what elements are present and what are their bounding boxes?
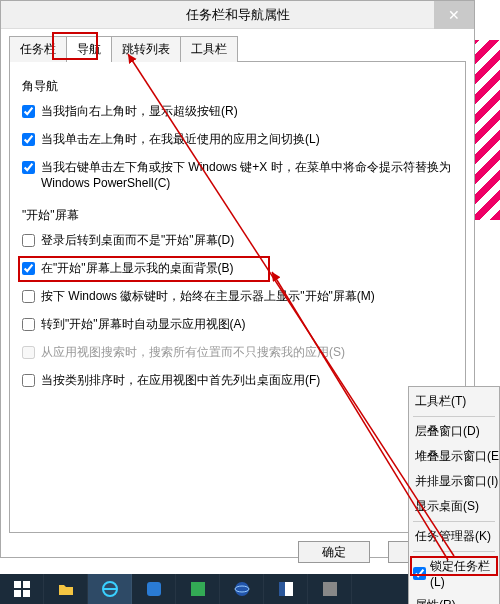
word-icon xyxy=(277,580,295,598)
svg-rect-5 xyxy=(23,590,30,597)
ctx-sep xyxy=(413,416,495,417)
ctx-toolbars[interactable]: 工具栏(T) xyxy=(409,389,499,414)
folder-icon xyxy=(57,580,75,598)
ie-icon xyxy=(101,580,119,598)
maxthon-icon xyxy=(145,580,163,598)
opt-main-monitor[interactable]: 按下 Windows 徽标键时，始终在主显示器上显示"开始"屏幕(M) xyxy=(22,288,455,304)
ctx-properties[interactable]: 属性(R) xyxy=(409,593,499,604)
checkbox-corner-topleft[interactable] xyxy=(22,133,35,146)
checkbox-desktop-first[interactable] xyxy=(22,374,35,387)
tab-navigation[interactable]: 导航 xyxy=(66,36,112,62)
checkbox-boot-desktop[interactable] xyxy=(22,234,35,247)
svg-rect-8 xyxy=(191,582,205,596)
titlebar: 任务栏和导航属性 ✕ xyxy=(1,1,474,29)
dialog-buttons: 确定 取消 xyxy=(1,541,460,563)
opt-boot-desktop[interactable]: 登录后转到桌面而不是"开始"屏幕(D) xyxy=(22,232,455,248)
tab-toolbars[interactable]: 工具栏 xyxy=(180,36,238,62)
ctx-sep xyxy=(413,551,495,552)
taskbar-app2[interactable] xyxy=(308,574,352,604)
taskbar-word[interactable] xyxy=(264,574,308,604)
ctx-showdesktop[interactable]: 显示桌面(S) xyxy=(409,494,499,519)
taskbar-context-menu: 工具栏(T) 层叠窗口(D) 堆叠显示窗口(E) 并排显示窗口(I) 显示桌面(… xyxy=(408,386,500,604)
svg-rect-7 xyxy=(147,582,161,596)
opt-corner-topright[interactable]: 当我指向右上角时，显示超级按钮(R) xyxy=(22,103,455,119)
checkbox-main-monitor[interactable] xyxy=(22,290,35,303)
ctx-cascade[interactable]: 层叠窗口(D) xyxy=(409,419,499,444)
svg-point-9 xyxy=(235,582,249,596)
close-button[interactable]: ✕ xyxy=(434,1,474,29)
taskbar-app1[interactable] xyxy=(176,574,220,604)
tab-jumplist[interactable]: 跳转列表 xyxy=(111,36,181,62)
panel-navigation: 角导航 当我指向右上角时，显示超级按钮(R) 当我单击左上角时，在我最近使用的应… xyxy=(9,61,466,533)
checkbox-apps-view[interactable] xyxy=(22,318,35,331)
checkbox-powershell[interactable] xyxy=(22,161,35,174)
ok-button[interactable]: 确定 xyxy=(298,541,370,563)
opt-search-all: 从应用视图搜索时，搜索所有位置而不只搜索我的应用(S) xyxy=(22,344,455,360)
svg-rect-2 xyxy=(14,581,21,588)
close-icon: ✕ xyxy=(448,7,460,23)
opt-apps-view[interactable]: 转到"开始"屏幕时自动显示应用视图(A) xyxy=(22,316,455,332)
checkbox-corner-topright[interactable] xyxy=(22,105,35,118)
app-icon xyxy=(189,580,207,598)
taskbar-maxthon[interactable] xyxy=(132,574,176,604)
ctx-stackv[interactable]: 并排显示窗口(I) xyxy=(409,469,499,494)
svg-rect-13 xyxy=(323,582,337,596)
svg-rect-4 xyxy=(14,590,21,597)
app-icon xyxy=(321,580,339,598)
svg-rect-12 xyxy=(279,582,285,596)
checkbox-lock-taskbar[interactable] xyxy=(413,567,426,580)
checkbox-search-all xyxy=(22,346,35,359)
start-button[interactable] xyxy=(0,574,44,604)
ctx-lock-taskbar[interactable]: 锁定任务栏(L) xyxy=(409,554,499,593)
taskbar-ie[interactable] xyxy=(88,574,132,604)
taskbar-folder[interactable] xyxy=(44,574,88,604)
globe-icon xyxy=(233,580,251,598)
tab-strip: 任务栏 导航 跳转列表 工具栏 xyxy=(9,35,474,61)
checkbox-desktop-bg[interactable] xyxy=(22,262,35,275)
opt-powershell[interactable]: 当我右键单击左下角或按下 Windows 键+X 时，在菜单中将命令提示符替换为… xyxy=(22,159,455,191)
start-icon xyxy=(13,580,31,598)
svg-rect-3 xyxy=(23,581,30,588)
ctx-taskmgr[interactable]: 任务管理器(K) xyxy=(409,524,499,549)
opt-desktop-first[interactable]: 当按类别排序时，在应用视图中首先列出桌面应用(F) xyxy=(22,372,455,388)
taskbar-globe[interactable] xyxy=(220,574,264,604)
tab-taskbar[interactable]: 任务栏 xyxy=(9,36,67,62)
opt-desktop-bg[interactable]: 在"开始"屏幕上显示我的桌面背景(B) xyxy=(22,260,455,276)
opt-corner-topleft[interactable]: 当我单击左上角时，在我最近使用的应用之间切换(L) xyxy=(22,131,455,147)
section-start-screen: "开始"屏幕 xyxy=(22,207,455,224)
section-corner-nav: 角导航 xyxy=(22,78,455,95)
dialog-title: 任务栏和导航属性 xyxy=(186,6,290,24)
properties-dialog: 任务栏和导航属性 ✕ 任务栏 导航 跳转列表 工具栏 角导航 当我指向右上角时，… xyxy=(0,0,475,558)
ctx-stackh[interactable]: 堆叠显示窗口(E) xyxy=(409,444,499,469)
ctx-sep xyxy=(413,521,495,522)
